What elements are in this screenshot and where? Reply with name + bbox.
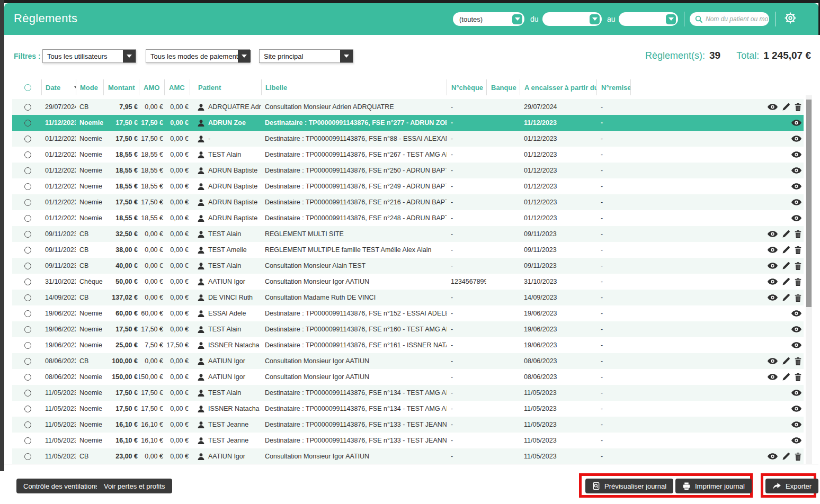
- from-date-dropdown[interactable]: [542, 12, 602, 26]
- row-select-radio[interactable]: [24, 406, 31, 412]
- view-icon[interactable]: [768, 231, 778, 237]
- row-select-radio[interactable]: [24, 167, 31, 174]
- column-header-libelle[interactable]: Libelle: [261, 79, 447, 95]
- table-row[interactable]: 01/12/2023Noemie17,50 €17,50 €0,00 €ADRU…: [12, 194, 804, 210]
- table-row[interactable]: 01/12/2023Noemie18,55 €18,55 €0,00 €ADRU…: [12, 163, 804, 178]
- chevron-down-icon[interactable]: [238, 50, 251, 62]
- table-row[interactable]: 01/12/2023Noemie17,50 €17,50 €0,00 €-Des…: [12, 131, 804, 147]
- table-row[interactable]: 08/06/2023CB100,00 €0,00 €0,00 €AATIUN I…: [12, 353, 804, 369]
- chevron-down-icon[interactable]: [590, 14, 600, 24]
- edit-icon[interactable]: [782, 262, 790, 269]
- payment-mode-filter-dropdown[interactable]: Tous les modes de paiement: [146, 49, 250, 63]
- view-icon[interactable]: [768, 374, 778, 380]
- previsualiser-journal-button[interactable]: Prévisualiser journal: [585, 479, 673, 493]
- table-row[interactable]: 09/11/2023CB40,00 €0,00 €0,00 €TEST Alai…: [12, 258, 804, 274]
- view-icon[interactable]: [791, 167, 801, 174]
- view-icon[interactable]: [791, 406, 801, 412]
- column-header-amc[interactable]: AMC: [164, 79, 190, 95]
- table-row[interactable]: 29/07/2024CB7,95 €0,00 €0,00 €ADRQUATRE …: [12, 99, 804, 115]
- row-select-radio[interactable]: [24, 358, 31, 365]
- view-icon[interactable]: [791, 310, 801, 317]
- table-row[interactable]: 08/06/2023Noemie150,00 €150,00 €0,00 €AA…: [12, 369, 804, 385]
- table-row[interactable]: 11/05/2023Noemie16,10 €16,10 €0,00 €TEST…: [12, 417, 804, 433]
- column-header-mode[interactable]: Mode: [76, 79, 103, 95]
- chevron-down-icon[interactable]: [123, 50, 136, 62]
- column-header-amo[interactable]: AMO: [139, 79, 164, 95]
- table-row[interactable]: 11/05/2023CB23,00 €0,00 €0,00 €AATIUN Ig…: [12, 448, 804, 464]
- edit-icon[interactable]: [782, 230, 790, 238]
- table-row[interactable]: 09/11/2023CB32,50 €0,00 €0,00 €TEST Alai…: [12, 226, 804, 242]
- edit-icon[interactable]: [782, 453, 790, 460]
- site-filter-dropdown[interactable]: Site principal: [259, 49, 353, 63]
- row-select-radio[interactable]: [24, 453, 31, 460]
- delete-icon[interactable]: [795, 278, 801, 286]
- edit-icon[interactable]: [782, 103, 790, 111]
- view-icon[interactable]: [791, 421, 801, 428]
- view-icon[interactable]: [791, 390, 801, 396]
- row-select-radio[interactable]: [24, 231, 31, 238]
- row-select-radio[interactable]: [24, 183, 31, 190]
- exporter-button[interactable]: Exporter: [765, 479, 818, 493]
- row-select-radio[interactable]: [24, 326, 31, 333]
- row-select-radio[interactable]: [24, 294, 31, 301]
- view-icon[interactable]: [791, 326, 801, 332]
- row-select-radio[interactable]: [24, 342, 31, 349]
- chevron-down-icon[interactable]: [340, 50, 353, 62]
- view-icon[interactable]: [791, 215, 801, 221]
- row-select-radio[interactable]: [24, 421, 31, 428]
- delete-icon[interactable]: [795, 230, 801, 238]
- view-icon[interactable]: [768, 294, 778, 301]
- delete-icon[interactable]: [795, 373, 801, 381]
- view-icon[interactable]: [768, 358, 778, 364]
- view-icon[interactable]: [768, 104, 778, 110]
- row-select-radio[interactable]: [24, 199, 31, 206]
- to-date-dropdown[interactable]: [619, 12, 678, 26]
- view-icon[interactable]: [791, 120, 801, 126]
- row-select-radio[interactable]: [24, 310, 31, 317]
- delete-icon[interactable]: [795, 262, 801, 270]
- table-row[interactable]: 01/12/2023Noemie18,55 €18,55 €0,00 €TEST…: [12, 147, 804, 163]
- row-select-radio[interactable]: [24, 120, 31, 127]
- edit-icon[interactable]: [782, 373, 790, 381]
- row-select-radio[interactable]: [24, 215, 31, 222]
- table-row[interactable]: 11/05/2023Noemie17,50 €17,50 €0,00 €ISSN…: [12, 401, 804, 417]
- table-row[interactable]: 31/10/2023Chèque50,00 €0,00 €0,00 €AATIU…: [12, 274, 804, 290]
- edit-icon[interactable]: [782, 278, 790, 285]
- table-row[interactable]: 19/06/2023Noemie17,50 €17,50 €0,00 €TEST…: [12, 321, 804, 337]
- delete-icon[interactable]: [795, 294, 801, 302]
- column-header-cheque[interactable]: N°chèque: [447, 79, 486, 95]
- column-header-montant[interactable]: Montant: [103, 79, 139, 95]
- pertes-profits-button[interactable]: Voir pertes et profits: [97, 479, 172, 493]
- table-row[interactable]: 01/12/2023Noemie18,55 €18,55 €0,00 €ADRU…: [12, 178, 804, 194]
- edit-icon[interactable]: [782, 357, 790, 365]
- table-row[interactable]: 11/12/2023Noemie17,50 €17,50 €0,00 €ADRU…: [12, 115, 804, 131]
- table-row[interactable]: 19/06/2023Noemie25,00 €7,50 €17,50 €ISSN…: [12, 337, 804, 353]
- delete-icon[interactable]: [795, 357, 801, 365]
- users-filter-dropdown[interactable]: Tous les utilisateurs: [42, 49, 136, 63]
- edit-icon[interactable]: [782, 246, 790, 254]
- column-header-date[interactable]: Date: [41, 79, 76, 95]
- view-icon[interactable]: [791, 199, 801, 205]
- imprimer-journal-button[interactable]: Imprimer journal: [675, 479, 752, 493]
- row-select-radio[interactable]: [24, 247, 31, 254]
- view-icon[interactable]: [791, 183, 801, 190]
- column-header-banque[interactable]: Banque: [486, 79, 520, 95]
- row-select-radio[interactable]: [24, 390, 31, 397]
- view-icon[interactable]: [768, 263, 778, 269]
- period-dropdown[interactable]: (toutes): [453, 12, 524, 26]
- table-row[interactable]: 01/12/2023Noemie18,55 €18,55 €0,00 €ADRU…: [12, 210, 804, 226]
- search-box[interactable]: [690, 12, 769, 26]
- scrollbar-thumb[interactable]: [806, 100, 812, 307]
- row-select-radio[interactable]: [24, 437, 31, 444]
- delete-icon[interactable]: [795, 453, 801, 461]
- view-icon[interactable]: [791, 136, 801, 142]
- row-select-radio[interactable]: [24, 136, 31, 142]
- row-select-radio[interactable]: [24, 278, 31, 285]
- view-icon[interactable]: [768, 278, 778, 285]
- vertical-scrollbar[interactable]: [806, 95, 812, 464]
- delete-icon[interactable]: [795, 246, 801, 254]
- select-all-radio[interactable]: [24, 84, 31, 91]
- row-select-radio[interactable]: [24, 374, 31, 381]
- controle-ventilations-button[interactable]: Contrôle des ventilations: [16, 479, 105, 493]
- view-icon[interactable]: [791, 437, 801, 444]
